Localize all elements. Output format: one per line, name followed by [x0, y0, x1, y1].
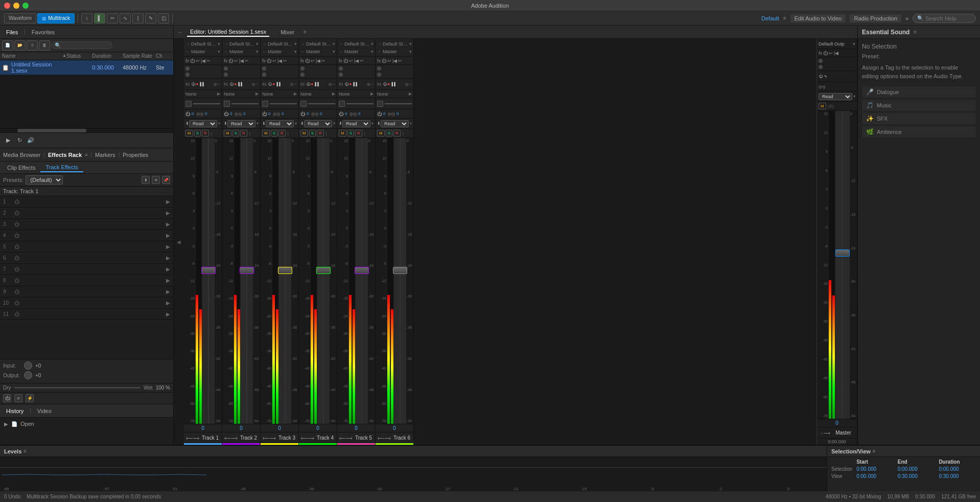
pin-preset-btn[interactable]: 📌 [162, 176, 170, 184]
ch6-none-row[interactable]: None ▶ [376, 90, 413, 98]
history-tab[interactable]: History [2, 406, 28, 416]
loop-btn[interactable]: ↻ [15, 136, 24, 145]
ch1-loop-icon[interactable]: 0 [192, 111, 194, 116]
slot-5[interactable]: 5 ⏻ ▶ [0, 241, 173, 253]
slot-11[interactable]: 11 ⏻ ▶ [0, 309, 173, 320]
ch1-expand[interactable]: ⋯ [217, 82, 220, 86]
move-tool[interactable]: ↕ [81, 13, 92, 24]
slot-2[interactable]: 2 ⏻ ▶ [0, 208, 173, 219]
ch5-none-row[interactable]: None ▶ [337, 90, 375, 98]
effects-rack-tab[interactable]: Effects Rack [48, 152, 82, 158]
search-bar[interactable]: 🔍 [913, 14, 976, 23]
sel-end-val[interactable]: 0:00.000 [898, 466, 935, 472]
master-fader-handle[interactable] [835, 249, 850, 257]
ch1-volume-val[interactable]: 0 [184, 424, 222, 432]
view-end-val[interactable]: 0:30.000 [898, 473, 935, 479]
ch1-power[interactable]: ⏻ [191, 82, 195, 86]
history-item-open[interactable]: ▶ 📄 Open [4, 420, 169, 428]
ch1-fader-handle[interactable] [201, 267, 216, 274]
pencil-tool[interactable]: ✎ [145, 13, 156, 24]
slot-power-icon[interactable]: ⏻ [14, 199, 19, 204]
levels-menu-icon[interactable]: ≡ [24, 448, 27, 454]
markers-tab[interactable]: Markers [95, 152, 115, 158]
ch1-time-icon[interactable]: ⏻ [185, 111, 190, 117]
slot-9[interactable]: 9 ⏻ ▶ [0, 286, 173, 298]
slot-6[interactable]: 6 ⏻ ▶ [0, 253, 173, 264]
save-preset-btn[interactable]: ⬇ [142, 176, 150, 184]
music-btn[interactable]: 🎵 Music [862, 100, 976, 111]
properties-tab[interactable]: Properties [123, 152, 148, 158]
play-back-btn[interactable]: ▶ [4, 136, 12, 145]
mixer-scroll-left[interactable]: ◀ [174, 39, 184, 445]
open-file-btn[interactable]: 📂 [14, 40, 26, 51]
slot-1[interactable]: 1 ⏻ ▶ [0, 196, 173, 208]
ch1-solo-btn[interactable]: S [194, 130, 201, 136]
ch1-power-btn[interactable] [185, 101, 192, 107]
bypass-btn[interactable]: ⏻ [3, 394, 11, 402]
ambience-btn[interactable]: 🌿 Ambience [862, 126, 976, 138]
ch3-fader-handle[interactable] [278, 267, 292, 274]
dialogue-btn[interactable]: 🎤 Dialogue [862, 86, 976, 98]
output-knob[interactable] [24, 371, 32, 379]
file-row-0[interactable]: 📋 Untitled Session 1.sesx 0:30.000 48000… [0, 60, 173, 75]
slot-4[interactable]: 4 ⏻ ▶ [0, 230, 173, 241]
select-tool[interactable]: ▌ [94, 13, 105, 24]
media-browser-tab[interactable]: Media Browser [3, 152, 40, 158]
edit-audio-to-video[interactable]: Edit Audio to Video [790, 14, 846, 22]
delete-preset-btn[interactable]: ✕ [152, 176, 160, 184]
import-btn[interactable]: ⇩ [27, 40, 38, 51]
maximize-button[interactable] [22, 3, 29, 9]
envelope-tool[interactable]: ∿ [120, 13, 131, 24]
files-scrollbar[interactable] [0, 128, 173, 132]
mixer-menu-icon[interactable]: ≡ [304, 29, 307, 35]
slot-3[interactable]: 3 ⏻ ▶ [0, 219, 173, 230]
auto-play-btn[interactable]: 🔊 [27, 136, 35, 145]
ch1-record[interactable]: ● [196, 82, 199, 86]
radio-production[interactable]: Radio Production [850, 14, 901, 22]
multitrack-mode[interactable]: ▦ Multitrack [37, 13, 75, 24]
erase-tool[interactable]: ◫ [158, 13, 169, 24]
slot-7[interactable]: 7 ⏻ ▶ [0, 264, 173, 275]
delete-file-btn[interactable]: 🗑 [39, 40, 50, 51]
ch4-volume[interactable]: 0 [299, 424, 337, 432]
slot-8[interactable]: 8 ⏻ ▶ [0, 275, 173, 286]
ch1-more-icon[interactable]: ▾ [218, 121, 220, 126]
view-start-val[interactable]: 0:00.000 [856, 473, 894, 479]
ch2-none-row[interactable]: None ▶ [222, 90, 260, 98]
files-search-input[interactable] [51, 41, 112, 49]
ch1-mute-btn[interactable]: M [185, 130, 193, 136]
ch3-volume[interactable]: 0 [261, 424, 298, 432]
effects-rack-menu-icon[interactable]: ≡ [85, 152, 87, 157]
ch3-none-row[interactable]: None ▶ [261, 90, 298, 98]
time-tool[interactable]: | [132, 13, 144, 24]
ch4-fader-handle[interactable] [316, 267, 331, 274]
selection-view-menu[interactable]: ≡ [873, 448, 876, 454]
presets-select[interactable]: (Default) [26, 175, 63, 185]
close-button[interactable] [4, 3, 10, 9]
ch4-none-row[interactable]: None ▶ [299, 90, 337, 98]
new-file-btn[interactable]: 📄 [2, 40, 13, 51]
sfx-btn[interactable]: ✨ SFX [862, 113, 976, 124]
ch2-fader-handle[interactable] [240, 267, 254, 274]
slot-10[interactable]: 10 ⏻ ▶ [0, 298, 173, 309]
mix-slider[interactable] [14, 387, 141, 389]
editor-tab-session[interactable]: Editor: Untitled Session 1.sesx [187, 28, 269, 37]
master-volume[interactable]: 0 [817, 419, 857, 427]
ch1-fader-track[interactable] [202, 138, 215, 424]
workspace-menu-icon[interactable]: ≡ [783, 15, 786, 21]
ch1-arm-btn[interactable]: R [202, 130, 209, 136]
ch2-volume[interactable]: 0 [222, 424, 260, 432]
minimize-button[interactable] [13, 3, 19, 9]
ch1-none-row[interactable]: None ▶ [184, 90, 222, 98]
search-input[interactable] [925, 15, 971, 21]
ch5-fader-handle[interactable] [355, 267, 369, 274]
input-knob[interactable] [24, 361, 32, 370]
ch1-auto-select[interactable]: Read [189, 120, 217, 127]
slot-expand-icon[interactable]: ▶ [166, 199, 170, 204]
mixer-tab[interactable]: Mixer [277, 28, 297, 36]
ch5-volume[interactable]: 0 [337, 424, 375, 432]
track-effects-tab[interactable]: Track Effects [40, 163, 83, 172]
ch1-input-icon[interactable]: | [211, 131, 212, 135]
tab-favorites[interactable]: Favorites [28, 28, 59, 37]
sel-start-val[interactable]: 0:00.000 [856, 466, 894, 472]
